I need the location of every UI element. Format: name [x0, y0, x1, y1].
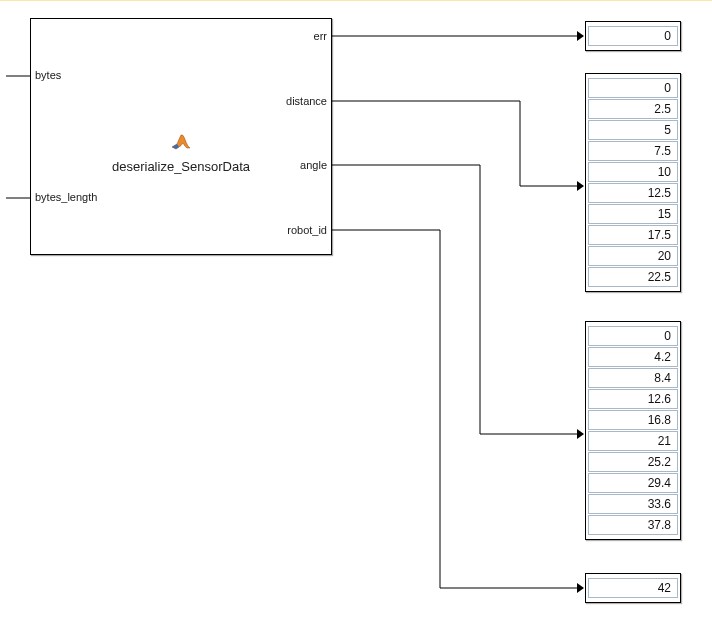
diagram-canvas: deserialize_SensorData bytes bytes_lengt… [0, 0, 712, 637]
port-label-bytes-length: bytes_length [35, 191, 97, 203]
display-cell: 22.5 [588, 267, 678, 287]
block-label: deserialize_SensorData [112, 159, 250, 174]
display-cell: 7.5 [588, 141, 678, 161]
display-cell: 0 [588, 26, 678, 46]
display-cell: 5 [588, 120, 678, 140]
port-label-distance: distance [286, 95, 327, 107]
port-label-err: err [314, 30, 327, 42]
display-cell: 42 [588, 578, 678, 598]
display-cell: 33.6 [588, 494, 678, 514]
arrow-angle [577, 429, 584, 439]
display-distance[interactable]: 0 2.5 5 7.5 10 12.5 15 17.5 20 22.5 [585, 73, 681, 292]
display-angle[interactable]: 0 4.2 8.4 12.6 16.8 21 25.2 29.4 33.6 37… [585, 321, 681, 540]
display-robot-id[interactable]: 42 [585, 573, 681, 603]
port-label-angle: angle [300, 159, 327, 171]
arrow-robot-id [577, 583, 584, 593]
display-err[interactable]: 0 [585, 21, 681, 51]
arrow-err [577, 31, 584, 41]
display-cell: 10 [588, 162, 678, 182]
port-label-bytes: bytes [35, 69, 61, 81]
arrow-distance [577, 181, 584, 191]
display-cell: 21 [588, 431, 678, 451]
display-cell: 12.6 [588, 389, 678, 409]
matlab-icon [170, 133, 192, 156]
display-cell: 25.2 [588, 452, 678, 472]
display-cell: 37.8 [588, 515, 678, 535]
display-cell: 20 [588, 246, 678, 266]
display-cell: 0 [588, 326, 678, 346]
display-cell: 8.4 [588, 368, 678, 388]
display-cell: 4.2 [588, 347, 678, 367]
display-cell: 16.8 [588, 410, 678, 430]
display-cell: 0 [588, 78, 678, 98]
display-cell: 2.5 [588, 99, 678, 119]
display-cell: 15 [588, 204, 678, 224]
display-cell: 29.4 [588, 473, 678, 493]
display-cell: 12.5 [588, 183, 678, 203]
port-label-robot-id: robot_id [287, 224, 327, 236]
display-cell: 17.5 [588, 225, 678, 245]
matlab-function-block[interactable]: deserialize_SensorData bytes bytes_lengt… [30, 18, 332, 255]
